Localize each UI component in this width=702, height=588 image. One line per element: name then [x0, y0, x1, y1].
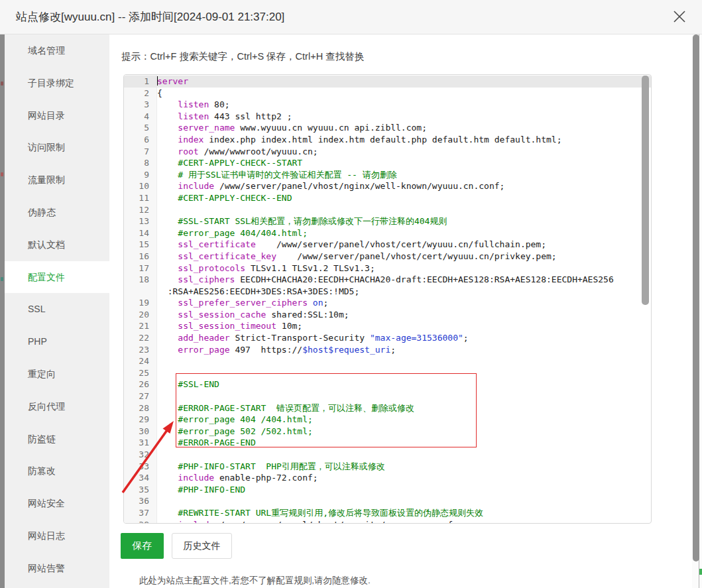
- code-token: /www/server/panel/vhost/cert/wyuuu.cn/fu…: [256, 239, 546, 249]
- code-line[interactable]: 24: [124, 355, 651, 367]
- sidebar-item-PHP[interactable]: PHP: [5, 325, 109, 358]
- code-token: TLSv1.1 TLSv1.2 TLSv1.3;: [245, 263, 375, 273]
- sidebar-item-子目录绑定[interactable]: 子目录绑定: [5, 67, 109, 99]
- sidebar-item-防篡改[interactable]: 防篡改: [5, 455, 109, 487]
- line-number: 36: [124, 495, 157, 507]
- code-line[interactable]: 35 #PHP-INFO-END: [124, 484, 651, 496]
- code-line[interactable]: 2{: [124, 88, 651, 99]
- code-line[interactable]: 32: [124, 449, 651, 461]
- code-token: ssl_protocols: [178, 263, 245, 273]
- code-token: [157, 403, 178, 413]
- code-line[interactable]: 11 #CERT-APPLY-CHECK--END: [124, 192, 651, 204]
- sidebar-item-网站安全[interactable]: 网站安全: [5, 487, 109, 520]
- line-number: 9: [124, 169, 157, 181]
- code-token: #SSL-END: [178, 379, 219, 389]
- code-token: 443 ssl http2 ;: [209, 111, 292, 121]
- code-token: #SSL-START SSL相关配置，请勿删除或修改下一行带注释的404规则: [178, 216, 447, 226]
- code-line[interactable]: 34 include enable-php-72.conf;: [124, 472, 651, 484]
- code-token: [157, 263, 178, 273]
- code-line[interactable]: 5 server_name www.wyuuu.cn wyuuu.cn api.…: [124, 122, 651, 134]
- sidebar-item-网站日志[interactable]: 网站日志: [5, 520, 109, 552]
- code-line[interactable]: 36: [124, 495, 651, 507]
- code-token: /www/wwwroot/wyuuu.cn;: [199, 147, 318, 156]
- code-line[interactable]: 25: [124, 367, 651, 379]
- code-line[interactable]: 14 #error_page 404/404.html;: [124, 227, 651, 239]
- code-line[interactable]: 31 #ERROR-PAGE-END: [124, 437, 651, 449]
- sidebar-item-SSL[interactable]: SSL: [5, 293, 109, 325]
- history-files-button[interactable]: 历史文件: [172, 533, 232, 559]
- code-line[interactable]: 20 ssl_session_cache shared:SSL:10m;: [124, 309, 651, 321]
- line-number: 38: [124, 519, 157, 524]
- code-line[interactable]: 33 #PHP-INFO-START PHP引用配置，可以注释或修改: [124, 461, 651, 473]
- sidebar-item-网站目录[interactable]: 网站目录: [5, 99, 109, 132]
- code-line[interactable]: 30 #error_page 502 /502.html;: [124, 426, 651, 438]
- code-line[interactable]: 13 #SSL-START SSL相关配置，请勿删除或修改下一行带注释的404规…: [124, 215, 651, 227]
- footer-note: 此处为站点主配置文件,若您不了解配置规则,请勿随意修改.: [139, 575, 371, 587]
- code-line[interactable]: 29 #error_page 404 /404.html;: [124, 414, 651, 426]
- code-token: [157, 111, 178, 121]
- code-line[interactable]: 16 ssl_certificate_key /www/server/panel…: [124, 251, 651, 263]
- code-line[interactable]: 6 index index.php index.html index.htm d…: [124, 134, 651, 146]
- code-line[interactable]: 4 listen 443 ssl http2 ;: [124, 111, 651, 123]
- code-line-wrap[interactable]: :RSA+AES256:EECDH+3DES:RSA+3DES:!MD5;: [124, 286, 651, 298]
- code-token: 80;: [209, 99, 229, 109]
- code-line[interactable]: 27: [124, 390, 651, 402]
- code-token: include: [178, 473, 214, 483]
- code-line[interactable]: 28 #ERROR-PAGE-START 错误页配置，可以注释、删除或修改: [124, 402, 651, 414]
- code-token: [157, 438, 178, 447]
- code-line[interactable]: 26 #SSL-END: [124, 379, 651, 390]
- code-lines[interactable]: 1server2{3 listen 80;4 listen 443 ssl ht…: [124, 76, 651, 524]
- sidebar-item-反向代理[interactable]: 反向代理: [5, 390, 109, 423]
- code-line[interactable]: 23 error_page 497 https://$host$request_…: [124, 344, 651, 356]
- code-token: [157, 228, 178, 238]
- shortcut-tip: 提示：Ctrl+F 搜索关键字，Ctrl+S 保存，Ctrl+H 查找替换: [121, 50, 364, 63]
- code-line[interactable]: 10 include /www/server/panel/vhost/nginx…: [124, 180, 651, 192]
- sidebar-item-配置文件[interactable]: 配置文件: [5, 261, 109, 294]
- line-number: 18: [124, 274, 157, 286]
- code-line[interactable]: 22 add_header Strict-Transport-Security …: [124, 332, 651, 344]
- line-number: 2: [124, 88, 157, 99]
- code-line[interactable]: 15 ssl_certificate /www/server/panel/vho…: [124, 239, 651, 251]
- code-token: index.php index.html index.htm default.p…: [204, 135, 561, 145]
- code-line[interactable]: 19 ssl_prefer_server_ciphers on;: [124, 297, 651, 309]
- code-token: #ERROR-PAGE-END: [178, 438, 255, 447]
- code-line[interactable]: 12: [124, 204, 651, 216]
- code-token: ssl_certificate: [178, 239, 255, 249]
- code-token: #error_page 404/404.html;: [178, 228, 308, 238]
- code-line[interactable]: 37 #REWRITE-START URL重写规则引用,修改后将导致面板设置的伪…: [124, 507, 651, 519]
- code-line[interactable]: 9 # 用于SSL证书申请时的文件验证相关配置 -- 请勿删除: [124, 169, 651, 181]
- code-line[interactable]: 8 #CERT-APPLY-CHECK--START: [124, 157, 651, 169]
- code-line[interactable]: 38 include /www/server/panel/vhost/rewri…: [124, 519, 651, 524]
- code-token: # 用于SSL证书申请时的文件验证相关配置 -- 请勿删除: [178, 170, 396, 180]
- sidebar-item-访问限制[interactable]: 访问限制: [5, 131, 109, 164]
- code-token: [157, 379, 178, 389]
- code-token: ssl_session_cache: [178, 310, 266, 320]
- code-token: Strict-Transport-Security: [230, 333, 370, 343]
- line-number: 5: [124, 122, 157, 134]
- sidebar-item-防盗链[interactable]: 防盗链: [5, 423, 109, 455]
- sidebar-item-默认文档[interactable]: 默认文档: [5, 229, 109, 261]
- line-number: 24: [124, 355, 157, 367]
- code-token: [157, 414, 178, 424]
- sidebar-item-网站告警[interactable]: 网站告警: [5, 552, 109, 585]
- code-line[interactable]: 7 root /www/wwwroot/wyuuu.cn;: [124, 146, 651, 158]
- sidebar-item-域名管理[interactable]: 域名管理: [5, 34, 109, 67]
- line-number: 4: [124, 111, 157, 123]
- sidebar-item-重定向[interactable]: 重定向: [5, 358, 109, 390]
- line-number: 30: [124, 426, 157, 438]
- code-line[interactable]: 18 ssl_ciphers EECDH+CHACHA20:EECDH+CHAC…: [124, 274, 651, 286]
- code-token: #ERROR-PAGE-START 错误页配置，可以注释、删除或修改: [178, 403, 414, 413]
- code-line[interactable]: 21 ssl_session_timeout 10m;: [124, 320, 651, 332]
- sidebar-item-流量限制[interactable]: 流量限制: [5, 164, 109, 196]
- close-icon[interactable]: [672, 9, 687, 25]
- code-line[interactable]: 17 ssl_protocols TLSv1.1 TLSv1.2 TLSv1.3…: [124, 263, 651, 274]
- page-scrollbar-thumb[interactable]: [693, 34, 699, 561]
- editor-scrollbar-thumb[interactable]: [642, 76, 649, 305]
- code-line[interactable]: 3 listen 80;: [124, 99, 651, 111]
- code-line[interactable]: 1server: [124, 76, 651, 88]
- code-token: on: [313, 298, 323, 308]
- nginx-config-editor[interactable]: 1server2{3 listen 80;4 listen 443 ssl ht…: [123, 74, 652, 524]
- sidebar-item-伪静态[interactable]: 伪静态: [5, 196, 109, 229]
- code-token: #CERT-APPLY-CHECK--START: [178, 158, 302, 168]
- save-button[interactable]: 保存: [121, 533, 164, 559]
